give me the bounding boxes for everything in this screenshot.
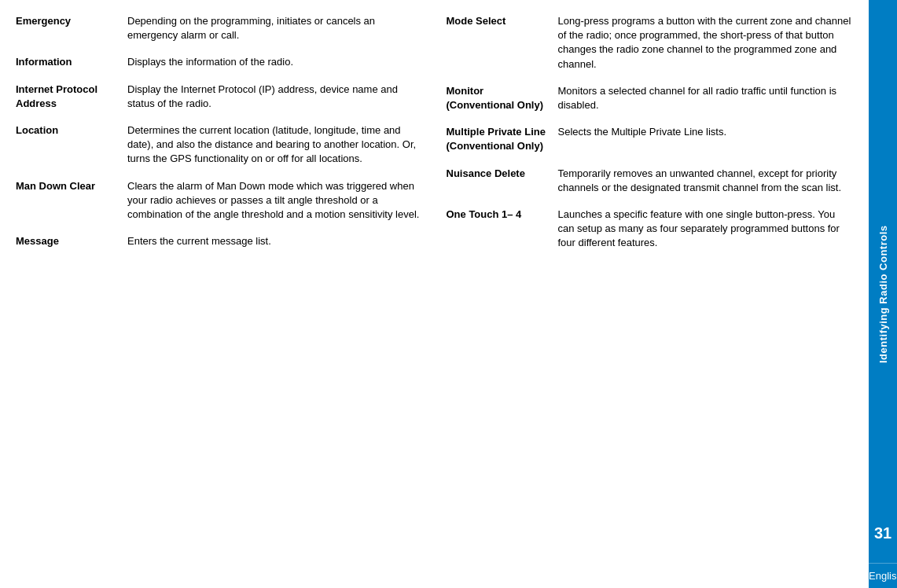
left-definition-2: Display the Internet Protocol (IP) addre…	[127, 83, 423, 111]
left-term-0: Emergency	[16, 14, 118, 42]
left-entry-0: EmergencyDepending on the programming, i…	[16, 14, 423, 42]
right-definition-0: Long-press programs a button with the cu…	[558, 14, 854, 72]
right-term-2: Multiple Private Line (Conventional Only…	[447, 125, 549, 153]
left-term-4: Man Down Clear	[16, 179, 118, 222]
right-entry-2: Multiple Private Line (Conventional Only…	[447, 125, 854, 153]
left-column: EmergencyDepending on the programming, i…	[16, 14, 423, 580]
sidebar: Identifying Radio Controls 31 English	[869, 0, 897, 588]
right-term-0: Mode Select	[447, 14, 549, 72]
right-entry-0: Mode SelectLong-press programs a button …	[447, 14, 854, 72]
sidebar-title: Identifying Radio Controls	[877, 8, 889, 580]
left-entry-5: MessageEnters the current message list.	[16, 234, 423, 248]
left-term-2: Internet Protocol Address	[16, 83, 118, 111]
left-entry-3: LocationDetermines the current location …	[16, 123, 423, 167]
main-content: EmergencyDepending on the programming, i…	[0, 0, 869, 588]
right-entry-4: One Touch 1– 4Launches a specific featur…	[447, 208, 854, 251]
language-badge: English	[869, 563, 897, 588]
left-entry-2: Internet Protocol AddressDisplay the Int…	[16, 83, 423, 111]
right-column: Mode SelectLong-press programs a button …	[447, 14, 854, 580]
left-definition-5: Enters the current message list.	[127, 234, 423, 248]
page-number: 31	[869, 517, 897, 549]
right-definition-4: Launches a specific feature with one sin…	[558, 208, 854, 251]
left-definition-4: Clears the alarm of Man Down mode which …	[127, 179, 423, 222]
right-entry-1: Monitor (Conventional Only)Monitors a se…	[447, 84, 854, 112]
left-term-3: Location	[16, 123, 118, 167]
left-definition-0: Depending on the programming, initiates …	[127, 14, 423, 42]
left-entry-1: InformationDisplays the information of t…	[16, 55, 423, 69]
right-entry-3: Nuisance DeleteTemporarily removes an un…	[447, 167, 854, 195]
right-definition-2: Selects the Multiple Private Line lists.	[558, 125, 854, 153]
right-term-4: One Touch 1– 4	[447, 208, 549, 251]
right-definition-1: Monitors a selected channel for all radi…	[558, 84, 854, 112]
right-term-1: Monitor (Conventional Only)	[447, 84, 549, 112]
right-definition-3: Temporarily removes an unwanted channel,…	[558, 167, 854, 195]
left-definition-3: Determines the current location (latitud…	[127, 123, 423, 167]
right-term-3: Nuisance Delete	[447, 167, 549, 195]
left-entry-4: Man Down ClearClears the alarm of Man Do…	[16, 179, 423, 222]
left-definition-1: Displays the information of the radio.	[127, 55, 423, 69]
left-term-1: Information	[16, 55, 118, 69]
left-term-5: Message	[16, 234, 118, 248]
